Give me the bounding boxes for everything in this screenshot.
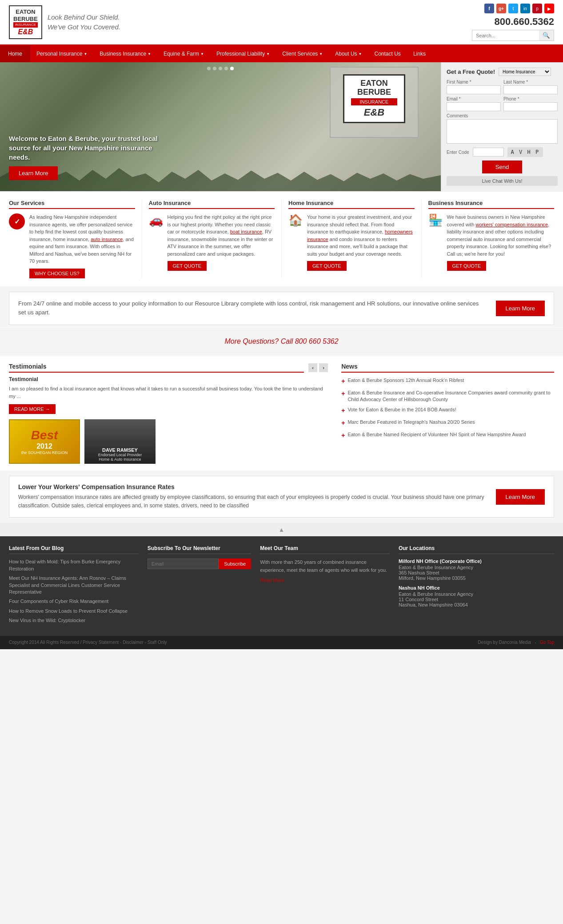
footer-team-title: Meet Our Team bbox=[260, 545, 390, 554]
hero-text: Welcome to Eaton & Berube, your trusted … bbox=[9, 134, 164, 162]
testimonial-prev-button[interactable]: ‹ bbox=[308, 363, 317, 372]
blog-item-5[interactable]: New Virus in the Wild: Cryptolocker bbox=[9, 617, 139, 624]
location-nashua-street: 11 Concord Street bbox=[399, 597, 554, 602]
captcha-input[interactable] bbox=[473, 148, 504, 157]
footer-locations-title: Our Locations bbox=[399, 545, 554, 554]
search-button[interactable]: 🔍 bbox=[539, 30, 554, 40]
blog-item-4[interactable]: How to Remove Snow Loads to Prevent Roof… bbox=[9, 608, 139, 615]
banner-learn-more-button[interactable]: Learn More bbox=[496, 301, 545, 316]
googleplus-icon[interactable]: g+ bbox=[496, 4, 506, 13]
quote-title: Get a Free Quote! bbox=[447, 68, 495, 75]
pinterest-icon[interactable]: p bbox=[532, 4, 542, 13]
copyright-bar: Copyright 2014 All Rights Reserved / Pri… bbox=[0, 636, 563, 649]
logo-box: EATON BERUBE INSURANCE E&B bbox=[9, 5, 42, 39]
nav-item-equine[interactable]: Equine & Farm ▼ bbox=[157, 45, 210, 62]
send-button[interactable]: Send bbox=[482, 161, 522, 173]
testimonials-col: Testimonials ‹ › Testimonial I am so ple… bbox=[9, 363, 328, 464]
testimonial-title-text: Testimonial bbox=[9, 376, 328, 382]
blog-item-1[interactable]: How to Deal with Mold: Tips from Burke E… bbox=[9, 558, 139, 572]
quote-type-select[interactable]: Home Insurance Auto Insurance Business I… bbox=[499, 68, 551, 76]
service-title-home: Home Insurance bbox=[288, 200, 415, 209]
first-name-input[interactable] bbox=[447, 85, 501, 94]
linkedin-icon[interactable]: in bbox=[520, 4, 530, 13]
service-col-home: Home Insurance 🏠 Your home is your great… bbox=[282, 200, 422, 278]
nav-item-business[interactable]: Business Insurance ▼ bbox=[93, 45, 157, 62]
location-milford: Milford NH Office (Corporate Office) Eat… bbox=[399, 558, 554, 581]
nav-item-personal[interactable]: Personal Insurance ▼ bbox=[30, 45, 93, 62]
call-line: More Questions? Call 800 660 5362 bbox=[0, 330, 563, 353]
logo: EATON BERUBE INSURANCE E&B Look Behind O… bbox=[9, 5, 120, 39]
live-chat[interactable]: Live Chat With Us! bbox=[447, 176, 558, 186]
service-col-our: Our Services ✓ As leading New Hampshire … bbox=[9, 200, 142, 278]
blog-item-2[interactable]: Meet Our NH Insurance Agents: Ann Rosnov… bbox=[9, 575, 139, 595]
location-nashua-city: Nashua, New Hampshire 03064 bbox=[399, 602, 554, 607]
footer-newsletter-title: Subscribe To Our Newsletter bbox=[148, 545, 251, 554]
testimonials-title: Testimonials bbox=[9, 363, 304, 373]
testimonial-next-button[interactable]: › bbox=[319, 363, 328, 372]
phone-input[interactable] bbox=[503, 102, 558, 111]
email-input[interactable] bbox=[447, 102, 501, 111]
footer-locations-col: Our Locations Milford NH Office (Corpora… bbox=[399, 545, 554, 627]
nav-item-contact[interactable]: Contact Us bbox=[368, 45, 407, 62]
news-title: News bbox=[341, 363, 554, 373]
twitter-icon[interactable]: t bbox=[508, 4, 518, 13]
service-text-our: As leading New Hampshire independent ins… bbox=[29, 213, 135, 265]
go-top-link[interactable]: Go Top bbox=[540, 640, 554, 645]
footer-team-read-more[interactable]: Read More bbox=[260, 578, 284, 583]
captcha-code: A V H P bbox=[507, 147, 543, 157]
youtube-icon[interactable]: ▶ bbox=[544, 4, 554, 13]
phone-label: Phone * bbox=[503, 96, 558, 101]
hero-image: EATONBERUBE INSURANCE E&B Welcome to Eat… bbox=[0, 62, 441, 191]
footer-team-text: With more than 250 years of combined ins… bbox=[260, 558, 390, 574]
business-get-quote-button[interactable]: GET QUOTE bbox=[447, 261, 487, 271]
workers-learn-more-button[interactable]: Learn More bbox=[496, 489, 545, 505]
navigation: Home Personal Insurance ▼ Business Insur… bbox=[0, 45, 563, 62]
service-text-home: Your home is your greatest investment, a… bbox=[307, 213, 415, 257]
nav-item-home[interactable]: Home bbox=[0, 45, 30, 62]
logo-eb: E&B bbox=[13, 28, 38, 36]
footer-divider: ▲ bbox=[0, 523, 563, 536]
location-milford-city: Milford, New Hampshire 03055 bbox=[399, 575, 554, 581]
social-icons: f g+ t in p ▶ bbox=[472, 4, 554, 13]
home-get-quote-button[interactable]: GET QUOTE bbox=[307, 261, 347, 271]
facebook-icon[interactable]: f bbox=[484, 4, 494, 13]
testimonial-images: Best 2012 the SOUHEGAN REGION DAVE RAMSE… bbox=[9, 419, 328, 464]
email-label: Email * bbox=[447, 96, 501, 101]
search-input[interactable] bbox=[472, 30, 539, 40]
nav-item-professional[interactable]: Professional Liability ▼ bbox=[210, 45, 276, 62]
copyright-text: Copyright 2014 All Rights Reserved / Pri… bbox=[9, 640, 167, 645]
service-col-business: Business Insurance 🏪 We have business ow… bbox=[422, 200, 555, 278]
service-icon-auto: 🚗 bbox=[149, 213, 163, 271]
newsletter-email-input[interactable] bbox=[148, 558, 219, 569]
service-icon-business: 🏪 bbox=[428, 213, 443, 271]
news-item-2: + Eaton & Berube Insurance and Co-operat… bbox=[341, 390, 554, 403]
location-nashua-company: Eaton & Berube Insurance Agency bbox=[399, 591, 554, 597]
location-nashua: Nashua NH Office Eaton & Berube Insuranc… bbox=[399, 585, 554, 607]
footer: Latest From Our Blog How to Deal with Mo… bbox=[0, 536, 563, 635]
footer-team-col: Meet Our Team With more than 250 years o… bbox=[260, 545, 390, 627]
location-milford-street: 365 Nashua Street bbox=[399, 570, 554, 575]
last-name-input[interactable] bbox=[503, 85, 558, 94]
hero-learn-more-button[interactable]: Learn More bbox=[9, 166, 58, 180]
newsletter-form: Subscribe bbox=[148, 558, 251, 569]
news-item-5: + Eaton & Berube Named Recipient of Volu… bbox=[341, 431, 554, 440]
nav-item-links[interactable]: Links bbox=[407, 45, 432, 62]
nav-item-client[interactable]: Client Services ▼ bbox=[276, 45, 329, 62]
hero-content: Welcome to Eaton & Berube, your trusted … bbox=[9, 134, 164, 180]
testimonial-read-more-button[interactable]: READ MORE → bbox=[9, 404, 56, 414]
footer-arrow-icon: ▲ bbox=[279, 526, 285, 533]
why-choose-us-button[interactable]: WHY CHOOSE US? bbox=[29, 269, 85, 278]
nav-item-about[interactable]: About Us ▼ bbox=[329, 45, 368, 62]
blog-item-3[interactable]: Four Components of Cyber Risk Management bbox=[9, 598, 139, 605]
comments-input[interactable] bbox=[447, 119, 558, 144]
enter-code-label: Enter Code bbox=[447, 150, 469, 155]
header: EATON BERUBE INSURANCE E&B Look Behind O… bbox=[0, 0, 563, 45]
subscribe-button[interactable]: Subscribe bbox=[219, 558, 251, 569]
news-plus-icon-5: + bbox=[341, 431, 345, 440]
auto-get-quote-button[interactable]: GET QUOTE bbox=[168, 261, 207, 271]
comments-label: Comments bbox=[447, 113, 558, 118]
design-credit: Design by Danconia Media bbox=[478, 640, 531, 645]
location-milford-company: Eaton & Berube Insurance Agency bbox=[399, 565, 554, 570]
footer-blog-title: Latest From Our Blog bbox=[9, 545, 139, 554]
services-banner: From 24/7 online and mobile access to yo… bbox=[9, 292, 554, 325]
